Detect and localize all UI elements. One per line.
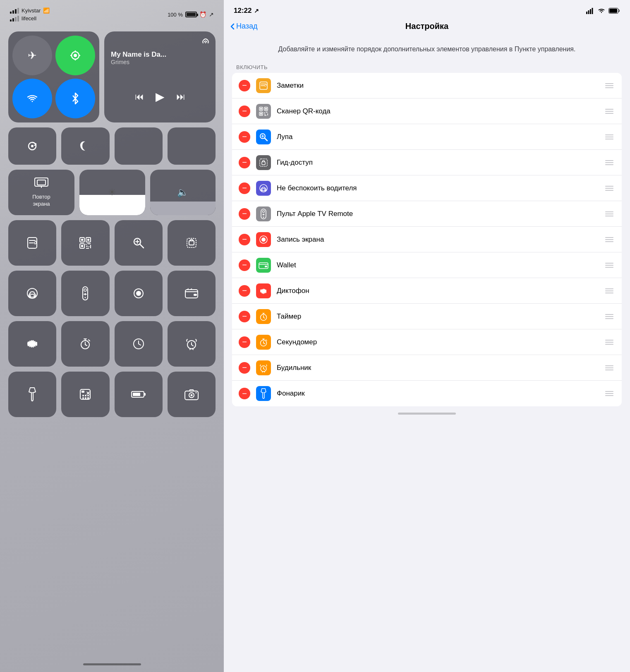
driving-focus-button[interactable] [8, 271, 56, 316]
next-button[interactable]: ⏭ [176, 91, 185, 102]
back-button[interactable]: Назад [230, 22, 258, 31]
settings-row-3[interactable]: −Гид-доступ [232, 150, 622, 175]
screen-mirror-icon [34, 177, 49, 191]
drag-handle-4[interactable] [604, 184, 615, 192]
row-icons-5 [8, 271, 216, 316]
app-icon-11 [256, 360, 271, 375]
volume-slider[interactable]: 🔈 [150, 170, 216, 215]
remove-button-11[interactable]: − [239, 362, 250, 374]
drag-handle-1[interactable] [604, 107, 615, 115]
magnifier-button[interactable] [115, 220, 163, 266]
row-icons-6 [8, 321, 216, 367]
remove-button-0[interactable]: − [239, 80, 250, 91]
media-info: My Name is Da... Grimes [111, 50, 209, 65]
airplane-mode-button[interactable]: ✈ [12, 36, 52, 75]
settings-row-6[interactable]: −Запись экрана [232, 227, 622, 252]
drag-handle-6[interactable] [604, 235, 615, 244]
appletv-remote-button[interactable] [61, 271, 109, 316]
svg-rect-82 [590, 9, 591, 14]
settings-row-10[interactable]: −Секундомер [232, 329, 622, 355]
remove-button-5[interactable]: − [239, 208, 250, 220]
svg-point-41 [85, 297, 86, 298]
alarm-button[interactable] [168, 321, 216, 367]
empty-toggle-2[interactable] [168, 127, 216, 165]
control-items-list: −Заметки−Сканер QR-кода−Лупа−Гид-доступ−… [232, 73, 622, 406]
app-icon-1 [256, 104, 271, 119]
remove-button-10[interactable]: − [239, 336, 250, 348]
svg-line-127 [266, 340, 267, 341]
svg-point-107 [264, 189, 266, 190]
row-label-8: Диктофон [277, 287, 604, 295]
carrier2-name: lifecell [22, 15, 36, 22]
settings-row-7[interactable]: −Wallet [232, 252, 622, 278]
previous-button[interactable]: ⏮ [135, 91, 144, 102]
voice-memos-button[interactable] [8, 321, 56, 367]
wifi-button[interactable] [12, 79, 52, 118]
drag-handle-2[interactable] [604, 133, 615, 141]
drag-handle-9[interactable] [604, 312, 615, 321]
row-label-5: Пульт Apple TV Remote [277, 210, 604, 218]
settings-row-1[interactable]: −Сканер QR-кода [232, 98, 622, 124]
bluetooth-button[interactable] [55, 79, 95, 118]
settings-row-12[interactable]: −Фонарик [232, 381, 622, 406]
brightness-slider[interactable]: ☀ [79, 170, 145, 215]
calculator-button[interactable] [61, 372, 109, 417]
svg-rect-115 [259, 263, 268, 269]
media-title: My Name is Da... [111, 50, 209, 59]
drag-handle-11[interactable] [604, 364, 615, 372]
drag-handle-10[interactable] [604, 338, 615, 346]
app-icon-9 [256, 309, 271, 324]
wallet-button[interactable] [168, 271, 216, 316]
remove-button-3[interactable]: − [239, 157, 250, 168]
settings-status-bar: 12:22 ↗ [224, 0, 630, 18]
remove-button-9[interactable]: − [239, 311, 250, 322]
svg-point-43 [136, 291, 141, 296]
app-icon-12 [256, 386, 271, 401]
battery-status-button[interactable] [115, 372, 163, 417]
settings-row-9[interactable]: −Таймер [232, 304, 622, 329]
do-not-disturb-button[interactable] [61, 127, 109, 165]
drag-handle-0[interactable] [604, 82, 615, 90]
play-button[interactable]: ▶ [156, 90, 165, 103]
drag-handle-8[interactable] [604, 287, 615, 295]
camera-button[interactable] [168, 372, 216, 417]
notes-button[interactable] [8, 220, 56, 266]
app-icon-3 [256, 155, 271, 170]
remove-button-12[interactable]: − [239, 388, 250, 399]
settings-row-0[interactable]: −Заметки [232, 73, 622, 98]
airplay-icon[interactable] [201, 37, 210, 48]
drag-handle-12[interactable] [604, 389, 615, 398]
settings-row-5[interactable]: −Пульт Apple TV Remote [232, 201, 622, 227]
remove-button-8[interactable]: − [239, 285, 250, 297]
drag-handle-7[interactable] [604, 261, 615, 269]
row-label-11: Будильник [277, 364, 604, 372]
back-button-label: Назад [236, 22, 258, 31]
flashlight-button[interactable] [8, 372, 56, 417]
remove-button-6[interactable]: − [239, 234, 250, 245]
settings-row-8[interactable]: −Диктофон [232, 278, 622, 304]
clock-button[interactable] [115, 321, 163, 367]
svg-rect-16 [81, 239, 83, 241]
drag-handle-3[interactable] [604, 158, 615, 167]
drag-handle-5[interactable] [604, 210, 615, 218]
screen-rotation-button[interactable] [8, 127, 56, 165]
battery-percent: 100 % [168, 12, 183, 18]
remove-button-2[interactable]: − [239, 131, 250, 143]
settings-row-11[interactable]: −Будильник [232, 355, 622, 381]
empty-toggle-1[interactable] [115, 127, 163, 165]
row-quick-toggles [8, 127, 216, 165]
svg-point-114 [261, 238, 266, 242]
settings-row-2[interactable]: −Лупа [232, 124, 622, 150]
cellular-button[interactable] [55, 36, 95, 75]
remove-button-7[interactable]: − [239, 259, 250, 271]
remove-button-4[interactable]: − [239, 182, 250, 194]
settings-row-4[interactable]: −Не беспокоить водителя [232, 175, 622, 201]
screen-record-button[interactable] [115, 271, 163, 316]
remove-button-1[interactable]: − [239, 106, 250, 117]
screen-mirror-button[interactable]: Повторэкрана [8, 170, 74, 215]
timer-button[interactable] [61, 321, 109, 367]
home-indicator-left [83, 663, 141, 665]
home-indicator-right [398, 413, 456, 415]
qr-scanner-button[interactable] [61, 220, 109, 266]
guided-access-button[interactable] [168, 220, 216, 266]
